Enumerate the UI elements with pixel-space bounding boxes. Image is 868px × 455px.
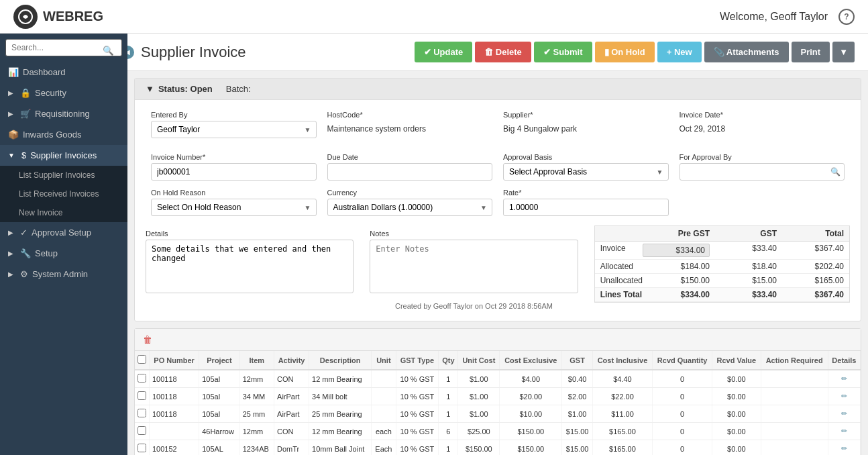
logo-icon bbox=[13, 5, 38, 29]
sidebar-item-new-invoice[interactable]: New Invoice bbox=[0, 203, 127, 222]
sidebar-item-approval-setup[interactable]: ▶ ✓ Approval Setup bbox=[0, 222, 127, 243]
row-gst: $0.40 bbox=[562, 370, 593, 388]
si-icon: $ bbox=[21, 150, 26, 160]
row-cost-excl: $150.00 bbox=[500, 423, 562, 440]
sidebar-item-label: System Admin bbox=[32, 269, 88, 279]
list-si-label: List Supplier Invoices bbox=[19, 170, 95, 180]
row-unit-cost: $150.00 bbox=[458, 440, 500, 456]
more-dropdown-button[interactable]: ▼ bbox=[832, 42, 855, 62]
row-cost-excl: $10.00 bbox=[500, 405, 562, 423]
invoice-date-group: Invoice Date* Oct 29, 2018 bbox=[674, 107, 851, 142]
lines-section: 🗑 PO Number Project Item Activity Descri… bbox=[134, 328, 861, 455]
notes-textarea[interactable] bbox=[370, 240, 578, 293]
row-description: 12 mm Bearing bbox=[309, 370, 372, 388]
sidebar-item-setup[interactable]: ▶ 🔧 Setup bbox=[0, 243, 127, 264]
sidebar-item-security[interactable]: ▶ 🔒 Security bbox=[0, 83, 127, 103]
row-checkbox bbox=[135, 370, 150, 388]
row-select-checkbox[interactable] bbox=[138, 391, 146, 400]
approval-basis-wrap: Select Approval Basis ▼ bbox=[503, 163, 669, 181]
row-gst: $15.00 bbox=[562, 423, 593, 440]
row-rcvd-qty: 0 bbox=[653, 405, 712, 423]
summary-lines-gst: $33.40 bbox=[710, 290, 777, 299]
header-right: Welcome, Geoff Taylor ? bbox=[720, 9, 855, 25]
on-hold-reason-select[interactable]: Select On Hold Reason bbox=[151, 199, 317, 216]
delete-button[interactable]: 🗑 Delete bbox=[475, 42, 531, 62]
row-activity: AirPart bbox=[274, 405, 309, 423]
row-qty: 1 bbox=[439, 370, 458, 388]
back-button[interactable]: ◀ bbox=[127, 46, 134, 59]
entered-by-input[interactable] bbox=[151, 121, 317, 138]
col-description: Description bbox=[309, 351, 372, 370]
row-select-checkbox[interactable] bbox=[138, 426, 146, 435]
for-approval-by-input[interactable] bbox=[680, 163, 845, 181]
row-activity: DomTr bbox=[274, 440, 309, 456]
row-select-checkbox[interactable] bbox=[138, 444, 146, 452]
search-button[interactable]: 🔍 bbox=[103, 46, 114, 56]
supplier-value: Big 4 Bungalow park bbox=[503, 121, 669, 137]
supplier-label: Supplier* bbox=[503, 111, 669, 119]
row-rcvd-value: $0.00 bbox=[712, 405, 761, 423]
sidebar-item-list-received-invoices[interactable]: List Received Invoices bbox=[0, 185, 127, 203]
row-cost-excl: $20.00 bbox=[500, 388, 562, 405]
sidebar-item-dashboard[interactable]: 📊 Dashboard bbox=[0, 62, 127, 83]
on-hold-reason-wrap: Select On Hold Reason ▼ bbox=[151, 199, 317, 216]
si-arrow: ▼ bbox=[8, 152, 15, 159]
row-checkbox bbox=[135, 423, 150, 440]
edit-icon[interactable]: ✏ bbox=[841, 444, 847, 452]
row-project: 105AL bbox=[199, 440, 239, 456]
rate-input[interactable] bbox=[503, 199, 669, 216]
row-rcvd-qty: 0 bbox=[653, 423, 712, 440]
col-rcvd-value: Rcvd Value bbox=[712, 351, 761, 370]
for-approval-by-label: For Approval By bbox=[680, 153, 845, 161]
for-approval-by-search-icon[interactable]: 🔍 bbox=[830, 167, 840, 176]
sidebar-item-system-admin[interactable]: ▶ ⚙ System Admin bbox=[0, 264, 127, 285]
header: WEBREG Welcome, Geoff Taylor ? bbox=[0, 0, 868, 34]
created-by-text: Created by Geoff Taylor on Oct 29 2018 8… bbox=[364, 299, 583, 315]
row-description: 34 Mill bolt bbox=[309, 388, 372, 405]
sidebar-item-list-supplier-invoices[interactable]: List Supplier Invoices bbox=[0, 166, 127, 185]
row-select-checkbox[interactable] bbox=[138, 409, 146, 417]
table-row: 100118 105al 25 mm AirPart 25 mm Bearing… bbox=[135, 405, 861, 423]
attachments-button[interactable]: 📎 Attachments bbox=[704, 42, 789, 62]
submit-button[interactable]: ✔ Submit bbox=[534, 42, 592, 62]
help-icon[interactable]: ? bbox=[838, 9, 855, 25]
table-row: 100152 105AL 1234AB DomTr 10mm Ball Join… bbox=[135, 440, 861, 456]
col-project: Project bbox=[199, 351, 239, 370]
edit-icon[interactable]: ✏ bbox=[841, 409, 847, 417]
print-button[interactable]: Print bbox=[792, 42, 830, 62]
invoice-number-input[interactable] bbox=[151, 163, 317, 181]
row-cost-excl: $150.00 bbox=[500, 440, 562, 456]
setup-icon: 🔧 bbox=[20, 248, 31, 258]
currency-select[interactable]: Australian Dollars (1.00000) bbox=[327, 199, 493, 216]
approval-basis-select[interactable]: Select Approval Basis bbox=[503, 163, 669, 181]
entered-by-group: Entered By ▼ bbox=[146, 107, 322, 142]
row-qty: 1 bbox=[439, 440, 458, 456]
on-hold-button[interactable]: ▮ On Hold bbox=[595, 42, 655, 62]
update-button[interactable]: ✔ Update bbox=[415, 42, 473, 62]
row-qty: 6 bbox=[439, 423, 458, 440]
due-date-input[interactable] bbox=[327, 163, 493, 181]
row-rcvd-qty: 0 bbox=[653, 388, 712, 405]
sidebar-item-supplier-invoices[interactable]: ▼ $ Supplier Invoices bbox=[0, 145, 127, 166]
as-arrow: ▶ bbox=[8, 229, 13, 236]
edit-icon[interactable]: ✏ bbox=[841, 427, 847, 435]
new-button[interactable]: + New bbox=[657, 42, 702, 62]
row-gst: $15.00 bbox=[562, 440, 593, 456]
edit-icon[interactable]: ✏ bbox=[841, 374, 847, 383]
edit-icon[interactable]: ✏ bbox=[841, 392, 847, 400]
main-content: ◀ Supplier Invoice ✔ Update 🗑 Delete ✔ S… bbox=[127, 34, 868, 455]
status-bar: ▼ Status: Open Batch: bbox=[135, 79, 861, 100]
sidebar-item-inwards-goods[interactable]: 📦 Inwards Goods bbox=[0, 124, 127, 145]
lines-table: PO Number Project Item Activity Descript… bbox=[135, 351, 861, 455]
select-all-checkbox[interactable] bbox=[138, 355, 146, 364]
row-action-req bbox=[761, 423, 828, 440]
row-gst: $2.00 bbox=[562, 388, 593, 405]
row-select-checkbox[interactable] bbox=[138, 374, 146, 383]
sidebar-item-requisitioning[interactable]: ▶ 🛒 Requisitioning bbox=[0, 103, 127, 124]
summary-section: Pre GST GST Total Invoice $334.00 $33.40… bbox=[589, 225, 855, 315]
trash-icon[interactable]: 🗑 bbox=[143, 334, 152, 345]
col-details: Details bbox=[828, 351, 860, 370]
details-textarea[interactable]: Some details that we entered and then ch… bbox=[146, 240, 354, 293]
col-gst: GST bbox=[562, 351, 593, 370]
notes-section: Notes Created by Geoff Taylor on Oct 29 … bbox=[364, 225, 583, 315]
